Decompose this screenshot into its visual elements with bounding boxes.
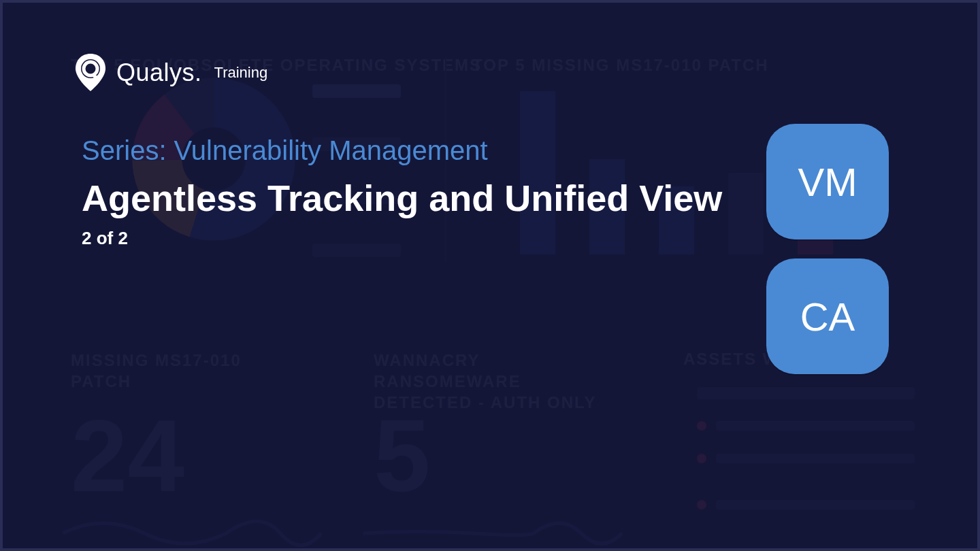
- progress-indicator: 2 of 2: [82, 228, 722, 249]
- slide-frame: TOP 5 EOL/OBSOLETE OPERATING SYSTEMS TOP…: [0, 0, 980, 551]
- asset-list: [697, 387, 915, 511]
- sparkline-left: [63, 506, 321, 548]
- brand-suffix: Training: [214, 64, 268, 82]
- bg-panel-title-top-right: TOP 5 MISSING MS17-010 PATCH: [472, 56, 769, 75]
- badge-vm: VM: [766, 124, 889, 239]
- brand-name: Qualys.: [116, 59, 202, 87]
- brand-logo: Qualys. Training: [74, 54, 267, 92]
- page-title: Agentless Tracking and Unified View: [82, 178, 722, 218]
- product-badges: VM CA: [766, 124, 889, 374]
- bg-value-wannacry: 5: [374, 397, 430, 515]
- series-label: Series: Vulnerability Management: [82, 135, 722, 166]
- qualys-mark-icon: [74, 54, 107, 92]
- badge-ca: CA: [766, 258, 889, 374]
- bg-value-missing-patch: 24: [71, 397, 184, 515]
- sparkline-mid: [363, 506, 622, 548]
- title-block: Series: Vulnerability Management Agentle…: [82, 135, 722, 249]
- bg-panel-title-bottom-left: MISSING MS17-010 PATCH: [71, 350, 289, 392]
